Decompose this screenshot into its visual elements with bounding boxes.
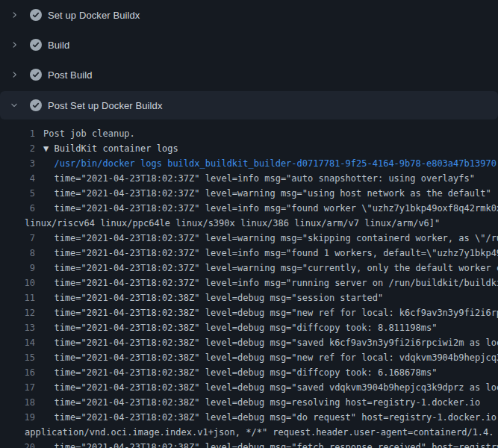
check-circle-icon (30, 99, 42, 111)
log-line: 4 time="2021-04-23T18:02:37Z" level=info… (0, 171, 498, 186)
log-line: 18 time="2021-04-23T18:02:38Z" level=deb… (0, 395, 498, 410)
log-line-text: application/vnd.oci.image.index.v1+json,… (25, 425, 494, 440)
log-line-text: time="2021-04-23T18:02:38Z" level=debug … (43, 395, 480, 410)
log-line: application/vnd.oci.image.index.v1+json,… (0, 425, 498, 440)
chevron-down-icon (10, 101, 19, 110)
log-line-text: time="2021-04-23T18:02:37Z" level=warnin… (43, 261, 498, 276)
log-line-number[interactable]: 10 (0, 276, 35, 290)
log-line-text: time="2021-04-23T18:02:37Z" level=info m… (43, 276, 498, 290)
log-line-number[interactable]: 8 (0, 246, 35, 261)
step-header-set-up-docker-buildx[interactable]: Set up Docker Buildx (0, 0, 498, 30)
log-line-text: time="2021-04-23T18:02:37Z" level=info m… (43, 201, 498, 216)
log-line: 5 time="2021-04-23T18:02:37Z" level=warn… (0, 186, 498, 201)
log-line-number[interactable]: 4 (0, 171, 35, 186)
check-circle-icon (30, 39, 42, 51)
log-line: 15 time="2021-04-23T18:02:38Z" level=deb… (0, 350, 498, 365)
log-line-number[interactable]: 14 (0, 335, 35, 350)
log-group-toggle[interactable]: ▼ BuildKit container logs (43, 141, 178, 156)
log-line-text: time="2021-04-23T18:02:38Z" level=debug … (43, 290, 383, 305)
log-line-number[interactable]: 7 (0, 231, 35, 246)
log-line: 13 time="2021-04-23T18:02:38Z" level=deb… (0, 320, 498, 335)
log-line-text: time="2021-04-23T18:02:38Z" level=debug … (43, 365, 437, 380)
log-line: 1 Post job cleanup. (0, 126, 498, 141)
log-line-number[interactable]: 12 (0, 305, 35, 320)
log-line-number[interactable]: 6 (0, 201, 35, 216)
log-line-text: time="2021-04-23T18:02:38Z" level=debug … (43, 320, 437, 335)
log-line-text: time="2021-04-23T18:02:37Z" level=info m… (43, 246, 498, 261)
log-line-text: linux/riscv64 linux/ppc64le linux/s390x … (25, 216, 440, 231)
step-header-post-build[interactable]: Post Build (0, 60, 498, 90)
log-line-text: time="2021-04-23T18:02:37Z" level=info m… (43, 171, 475, 186)
log-line-number[interactable]: 17 (0, 380, 35, 395)
log-line-number[interactable]: 9 (0, 261, 35, 276)
log-line-text: time="2021-04-23T18:02:38Z" level=debug … (43, 380, 498, 395)
log-line: 14 time="2021-04-23T18:02:38Z" level=deb… (0, 335, 498, 350)
log-line-number[interactable]: 19 (0, 410, 35, 425)
step-list: Set up Docker Buildx Build (0, 0, 498, 119)
log-line-text: time="2021-04-23T18:02:38Z" level=debug … (43, 335, 498, 350)
log-line-number[interactable]: 11 (0, 290, 35, 305)
log-line-number[interactable]: 16 (0, 365, 35, 380)
step-title: Post Build (48, 69, 93, 81)
log-line: 6 time="2021-04-23T18:02:37Z" level=info… (0, 201, 498, 216)
log-line: 10 time="2021-04-23T18:02:37Z" level=inf… (0, 276, 498, 290)
log-line-text: time="2021-04-23T18:02:38Z" level=debug … (43, 350, 498, 365)
log-line-number[interactable]: 3 (0, 156, 35, 171)
log-line-number[interactable]: 13 (0, 320, 35, 335)
check-circle-icon (30, 69, 42, 81)
log-area: 1 Post job cleanup. 2 ▼ BuildKit contain… (0, 119, 498, 448)
check-circle-icon (30, 9, 42, 21)
log-line-text: time="2021-04-23T18:02:38Z" level=debug … (43, 410, 498, 425)
chevron-right-icon (10, 40, 19, 49)
log-line-number[interactable]: 18 (0, 395, 35, 410)
log-line-number[interactable]: 1 (0, 126, 35, 141)
step-title: Post Set up Docker Buildx (48, 100, 163, 111)
log-line: 11 time="2021-04-23T18:02:38Z" level=deb… (0, 290, 498, 305)
log-line-number[interactable]: 2 (0, 141, 35, 156)
log-line: 8 time="2021-04-23T18:02:37Z" level=info… (0, 246, 498, 261)
step-title: Build (48, 40, 69, 51)
command-line-text: /usr/bin/docker logs buildx_buildkit_bui… (43, 156, 497, 171)
log-line: 9 time="2021-04-23T18:02:37Z" level=warn… (0, 261, 498, 276)
log-line-number[interactable]: 20 (0, 440, 35, 448)
log-line: 16 time="2021-04-23T18:02:38Z" level=deb… (0, 365, 498, 380)
actions-log-viewer: Set up Docker Buildx Build (0, 0, 498, 448)
log-line: 2 ▼ BuildKit container logs (0, 141, 498, 156)
chevron-right-icon (10, 70, 19, 79)
log-line-text: time="2021-04-23T18:02:38Z" level=debug … (43, 305, 498, 320)
log-line: 19 time="2021-04-23T18:02:38Z" level=deb… (0, 410, 498, 425)
log-line-text: time="2021-04-23T18:02:37Z" level=warnin… (43, 231, 498, 246)
log-line: 20 time="2021-04-23T18:02:38Z" level=deb… (0, 440, 498, 448)
log-line: 3 /usr/bin/docker logs buildx_buildkit_b… (0, 156, 498, 171)
log-line-text: time="2021-04-23T18:02:38Z" level=debug … (43, 440, 498, 448)
log-line: 17 time="2021-04-23T18:02:38Z" level=deb… (0, 380, 498, 395)
log-line: 12 time="2021-04-23T18:02:38Z" level=deb… (0, 305, 498, 320)
log-line-text: time="2021-04-23T18:02:37Z" level=warnin… (43, 186, 491, 201)
step-header-build[interactable]: Build (0, 30, 498, 60)
log-line-text: Post job cleanup. (43, 126, 135, 141)
log-line-number[interactable]: 5 (0, 186, 35, 201)
chevron-right-icon (10, 10, 19, 19)
log-line: 7 time="2021-04-23T18:02:37Z" level=warn… (0, 231, 498, 246)
step-header-post-set-up-docker-buildx[interactable]: Post Set up Docker Buildx (0, 91, 498, 119)
step-title: Set up Docker Buildx (48, 10, 140, 21)
log-line-number[interactable]: 15 (0, 350, 35, 365)
log-line: linux/riscv64 linux/ppc64le linux/s390x … (0, 216, 498, 231)
